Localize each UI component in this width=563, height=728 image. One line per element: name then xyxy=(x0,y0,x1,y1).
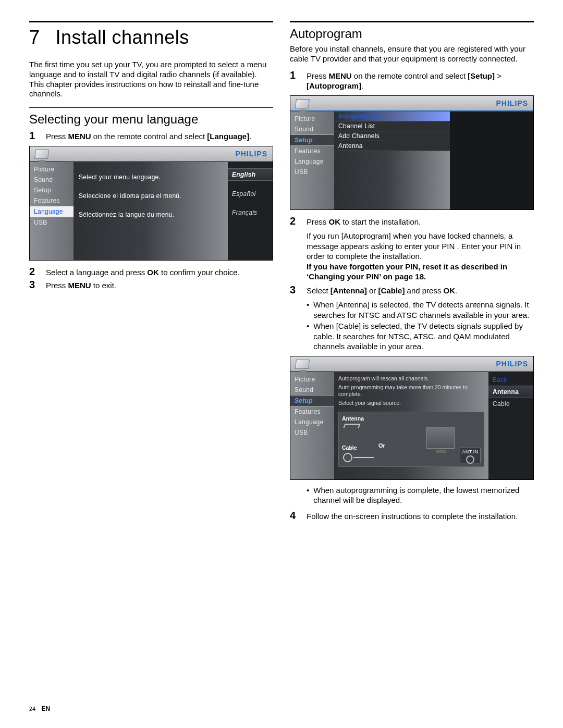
sidebar-item[interactable]: USB xyxy=(30,217,74,228)
tv-submenu-pane: Autoprogram Channel List Add Channels An… xyxy=(334,112,450,209)
step-text: Press MENU on the remote control and sel… xyxy=(307,69,534,91)
tv-options-pane: Back Antenna Cable xyxy=(488,372,533,479)
bullet-cable: When [Cable] is selected, the TV detects… xyxy=(307,321,534,352)
step-text: Follow the on-screen instructions to com… xyxy=(307,510,518,522)
tv-options-pane: English Español Français xyxy=(228,162,273,260)
cable-icon xyxy=(343,453,352,462)
philips-brand: PHILIPS xyxy=(496,99,528,107)
page-lang: EN xyxy=(42,705,51,712)
tv-icon xyxy=(292,359,313,374)
tv-setup-autoprogram: PHILIPS Picture Sound Setup Features Lan… xyxy=(290,95,534,210)
lang-option-francais[interactable]: Français xyxy=(228,207,273,218)
tv-screen-icon xyxy=(426,427,455,449)
step-number: 4 xyxy=(290,510,301,521)
submenu-add-channels[interactable]: Add Channels xyxy=(334,131,450,141)
step-text: Select [Antenna] or [Cable] and press OK… xyxy=(307,284,457,296)
right-intro: Before you install channels, ensure that… xyxy=(290,44,534,64)
lang-prompt-es: Seleccione el idioma para el menú. xyxy=(79,192,223,200)
tv-info-pane: Autoprogram will rescan all channels. Au… xyxy=(334,372,488,479)
step-number: 3 xyxy=(29,279,41,290)
cable-line-icon xyxy=(353,457,374,458)
sidebar-item[interactable]: Sound xyxy=(290,385,334,395)
step-number: 1 xyxy=(29,130,41,141)
rule-top-right xyxy=(290,21,534,22)
label-antenna: Antenna xyxy=(342,415,364,422)
submenu-antenna[interactable]: Antenna xyxy=(334,141,450,151)
tv-icon xyxy=(32,149,53,164)
sidebar-item[interactable]: Sound xyxy=(30,175,74,185)
ant-in-port: ANT.IN xyxy=(460,448,481,463)
sidebar-item[interactable]: USB xyxy=(290,167,334,177)
tv-header: PHILIPS xyxy=(290,356,533,372)
sidebar-item[interactable]: Setup xyxy=(30,185,74,195)
page-footer: 24 EN xyxy=(29,705,50,712)
step-number: 3 xyxy=(290,284,301,295)
tv-sidebar: Picture Sound Setup Features Language US… xyxy=(290,112,334,209)
step-number: 2 xyxy=(29,266,41,277)
lang-option-espanol[interactable]: Español xyxy=(228,188,273,200)
sidebar-item[interactable]: Features xyxy=(290,146,334,156)
label-or: Or xyxy=(378,442,385,449)
tv-center-pane: Select your menu language. Seleccione el… xyxy=(74,162,228,260)
chapter-title: Install channels xyxy=(56,27,189,48)
chapter-heading: 7 Install channels xyxy=(29,27,273,48)
lang-prompt-en: Select your menu language. xyxy=(79,174,223,181)
step-text: Press OK to start the installation. xyxy=(307,215,421,227)
tv-stand-icon xyxy=(436,450,446,453)
left-intro: The first time you set up your TV, you a… xyxy=(29,60,273,99)
tv-language-menu: PHILIPS Picture Sound Setup Features Lan… xyxy=(29,146,273,261)
tv-header: PHILIPS xyxy=(290,96,533,112)
tv-sidebar: Picture Sound Setup Features Language US… xyxy=(290,372,334,479)
step2-note1: If you run [Autoprogram] when you have l… xyxy=(307,231,534,262)
sidebar-item-setup[interactable]: Setup xyxy=(290,395,334,406)
label-cable: Cable xyxy=(342,445,357,451)
bullet-complete: When autoprogramming is complete, the lo… xyxy=(307,485,534,505)
sidebar-item[interactable]: USB xyxy=(290,427,334,438)
sidebar-item[interactable]: Picture xyxy=(30,164,74,175)
submenu-channel-list[interactable]: Channel List xyxy=(334,121,450,131)
chapter-number: 7 xyxy=(29,27,50,48)
tv-header: PHILIPS xyxy=(30,146,273,162)
ant-in-label: ANT.IN xyxy=(462,449,479,454)
sidebar-item[interactable]: Features xyxy=(290,406,334,417)
left-section-heading: Selecting your menu language xyxy=(29,112,273,127)
info-line: Autoprogram will rescan all channels. xyxy=(338,375,484,382)
sidebar-item[interactable]: Picture xyxy=(290,374,334,385)
option-back[interactable]: Back xyxy=(488,374,533,386)
bullet-antenna: When [Antenna] is selected, the TV detec… xyxy=(307,300,534,320)
rule-top-left xyxy=(29,21,273,22)
rule-mid-left xyxy=(29,107,273,108)
lang-option-english[interactable]: English xyxy=(228,168,273,181)
sidebar-item[interactable]: Language xyxy=(290,417,334,427)
coax-port-icon xyxy=(466,455,474,464)
option-cable[interactable]: Cable xyxy=(488,398,533,410)
info-line: Select your signal source. xyxy=(338,400,484,406)
philips-brand: PHILIPS xyxy=(496,360,528,368)
option-antenna[interactable]: Antenna xyxy=(488,386,533,398)
submenu-autoprogram[interactable]: Autoprogram xyxy=(334,112,450,121)
lang-prompt-fr: Sélectionnez la langue du menu. xyxy=(79,211,223,218)
step-text: Press MENU to exit. xyxy=(46,279,116,291)
sidebar-item-language[interactable]: Language xyxy=(30,206,74,217)
tv-content-pane xyxy=(450,112,533,209)
step2-note2: If you have forgotten your PIN, reset it… xyxy=(307,262,534,282)
philips-brand: PHILIPS xyxy=(236,150,267,158)
step-number: 1 xyxy=(290,69,301,81)
tv-sidebar: Picture Sound Setup Features Language US… xyxy=(30,162,74,260)
step-number: 2 xyxy=(290,215,301,227)
sidebar-item[interactable]: Features xyxy=(30,195,74,206)
step-text: Select a language and press OK to confir… xyxy=(46,266,240,278)
sidebar-item-setup[interactable]: Setup xyxy=(290,134,334,146)
tv-signal-source: PHILIPS Picture Sound Setup Features Lan… xyxy=(290,356,534,480)
page-number: 24 xyxy=(29,706,35,712)
tv-icon xyxy=(292,98,313,114)
sidebar-item[interactable]: Sound xyxy=(290,124,334,134)
antenna-icon xyxy=(344,424,361,428)
connector-diagram: Antenna Or Cable ANT.IN xyxy=(338,412,484,467)
step-text: Press MENU on the remote control and sel… xyxy=(46,130,251,142)
info-line: Auto programming may take more than 20 m… xyxy=(338,384,484,398)
sidebar-item[interactable]: Language xyxy=(290,156,334,167)
right-section-heading: Autoprogram xyxy=(290,27,534,41)
sidebar-item[interactable]: Picture xyxy=(290,114,334,124)
